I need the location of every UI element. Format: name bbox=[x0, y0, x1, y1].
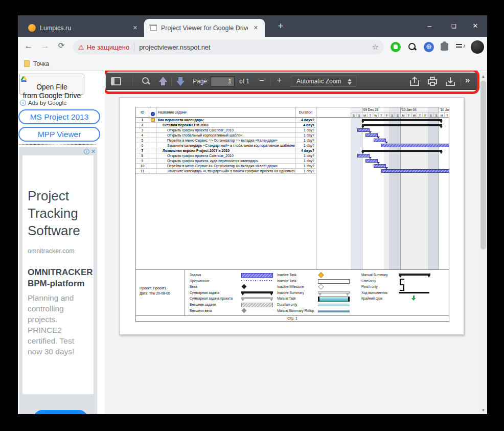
page-count-label: of 1 bbox=[239, 78, 249, 85]
table-row[interactable]: 8Открыть график проекта Calendar_20101 d… bbox=[136, 153, 316, 158]
gantt-pane: '09 Dec 28'10 Jan 04'10 JanSSMTWTFSSMTWT… bbox=[316, 107, 449, 269]
table-row[interactable]: 6Замените календарь «Стандартный» в глоб… bbox=[136, 143, 316, 148]
ads-by-google-label[interactable]: i Ads by Google bbox=[20, 100, 66, 106]
toolbar-separator bbox=[132, 76, 133, 86]
legend-swatch-bar-cyan bbox=[318, 308, 350, 313]
gantt-summary-bar[interactable] bbox=[362, 119, 442, 121]
task-duration-cell: 1 day? bbox=[295, 158, 316, 164]
gantt-task-bar[interactable] bbox=[357, 128, 370, 132]
more-tools-icon[interactable]: » bbox=[465, 75, 470, 85]
open-file-button[interactable]: Open File from Google Drive bbox=[19, 74, 84, 95]
legend-label: Суммарная задача bbox=[190, 291, 219, 294]
timescale-day-label: T bbox=[378, 112, 384, 118]
table-row[interactable]: 11Замените календарь «Стандартный» в ваш… bbox=[136, 169, 316, 174]
adblock-extension-icon[interactable] bbox=[391, 42, 401, 52]
legend-swatch-bar-cyan-light bbox=[318, 302, 350, 307]
gantt-task-bar[interactable] bbox=[374, 139, 386, 142]
table-row[interactable]: 5Перейти в меню Сервис => Организатор =>… bbox=[136, 138, 316, 143]
task-name-cell: Перейти в меню Сервис => Организатор => … bbox=[156, 138, 295, 143]
reload-button[interactable]: ⟳ bbox=[55, 41, 68, 50]
viewer-scrollbar[interactable]: ▲ ▼ bbox=[479, 73, 487, 414]
print-icon[interactable] bbox=[426, 76, 439, 87]
legend-label: Inactive Milestone bbox=[277, 285, 304, 288]
page-number-input[interactable]: 1 bbox=[211, 76, 235, 86]
ad-close-icon[interactable]: ✕ bbox=[91, 148, 96, 155]
gantt-task-bar[interactable] bbox=[365, 159, 378, 163]
tab-close-icon[interactable]: ✕ bbox=[131, 24, 139, 32]
task-id-cell: 8 bbox=[136, 153, 149, 158]
ad-cta-button[interactable] bbox=[34, 410, 87, 414]
zoom-out-button[interactable]: − bbox=[259, 76, 264, 86]
column-header-id: ID bbox=[136, 107, 149, 118]
table-row[interactable]: 3Открыть график проекта Calendar_20101 d… bbox=[136, 128, 316, 133]
forward-button[interactable]: → bbox=[38, 41, 52, 51]
toolbar-separator bbox=[171, 76, 172, 86]
window-maximize-button[interactable]: ❏ bbox=[442, 15, 466, 37]
tab-lumpics[interactable]: Lumpics.ru ✕ bbox=[23, 19, 144, 37]
task-name-cell: Открыть глобальный корпоративный шаблон bbox=[156, 133, 295, 138]
gantt-task-bar[interactable] bbox=[374, 164, 386, 168]
gantt-task-bar[interactable] bbox=[381, 144, 449, 147]
next-page-icon[interactable] bbox=[176, 81, 185, 86]
task-duration-cell: 4 days? bbox=[295, 148, 316, 153]
extensions-puzzle-icon[interactable] bbox=[441, 43, 448, 51]
search-icon[interactable] bbox=[142, 77, 151, 86]
ad-headline[interactable]: Project Tracking Software bbox=[28, 187, 94, 239]
new-tab-button[interactable]: + bbox=[273, 20, 288, 33]
globe-extension-icon[interactable]: ⊕ bbox=[424, 42, 434, 52]
window-close-button[interactable]: ✕ bbox=[464, 15, 487, 37]
table-row[interactable]: 9Открыть график проекта, куда переноситс… bbox=[136, 158, 316, 164]
adchoices-info-icon[interactable]: i bbox=[84, 149, 89, 154]
previous-page-icon[interactable] bbox=[159, 77, 167, 82]
ad-card[interactable]: Project Tracking Software omnitracker.co… bbox=[22, 155, 94, 394]
task-id-cell: 1 bbox=[136, 118, 149, 123]
task-indicator-cell bbox=[149, 164, 156, 169]
gantt-task-bar[interactable] bbox=[365, 133, 378, 137]
column-header-name: Название задачи bbox=[156, 107, 295, 118]
bookmark-star-icon[interactable]: ☆ bbox=[372, 42, 379, 52]
tab-project-viewer[interactable]: Project Viewer for Google Drive ✕ bbox=[144, 19, 265, 37]
gantt-task-bar[interactable] bbox=[381, 169, 449, 173]
table-row[interactable]: 1Как перенести календарь:4 days? bbox=[136, 118, 316, 123]
legend-label: Inactive Task bbox=[277, 279, 296, 283]
window-minimize-button[interactable]: – bbox=[418, 15, 441, 37]
gantt-summary-bar[interactable] bbox=[362, 150, 442, 152]
media-playlist-icon[interactable] bbox=[456, 43, 465, 50]
gantt-task-bar[interactable] bbox=[357, 154, 370, 157]
scroll-down-arrow[interactable]: ▼ bbox=[479, 406, 487, 414]
tab-title: Lumpics.ru bbox=[40, 25, 127, 32]
column-header-duration: Duration bbox=[295, 107, 316, 118]
download-icon[interactable] bbox=[444, 76, 456, 87]
zoom-in-button[interactable]: + bbox=[277, 76, 282, 85]
tab-close-icon[interactable]: ✕ bbox=[252, 24, 260, 32]
bookmark-item[interactable]: Точка bbox=[33, 60, 49, 67]
legend-swatch-diamond-black bbox=[241, 284, 273, 289]
url-text[interactable]: projectviewer.nsspot.net bbox=[139, 43, 372, 51]
gantt-summary-bar[interactable] bbox=[362, 124, 442, 126]
ad-link-ms-project-2013[interactable]: MS Project 2013 bbox=[18, 109, 100, 124]
task-name-cell: Сетевая версия EPM 2003 bbox=[156, 123, 295, 128]
security-warning-label[interactable]: Не защищено bbox=[87, 43, 130, 51]
profile-avatar[interactable] bbox=[471, 40, 484, 54]
table-row[interactable]: 2Сетевая версия EPM 20034 days bbox=[136, 123, 316, 128]
sidebar-toggle-icon[interactable] bbox=[111, 77, 121, 85]
task-id-cell: 3 bbox=[136, 128, 149, 133]
table-row[interactable]: 4Открыть глобальный корпоративный шаблон… bbox=[136, 133, 316, 138]
security-warning-icon[interactable]: ⚠ bbox=[78, 43, 84, 51]
scrollbar-thumb[interactable] bbox=[480, 81, 486, 249]
scroll-up-arrow[interactable]: ▲ bbox=[479, 73, 487, 80]
task-duration-cell: 1 day? bbox=[295, 143, 316, 148]
search-extension-icon[interactable] bbox=[407, 42, 418, 52]
task-indicator-cell bbox=[149, 158, 156, 164]
table-row[interactable]: 7Локальная версия Project 2007 и 20104 d… bbox=[136, 148, 316, 153]
zoom-select[interactable]: Automatic Zoom bbox=[291, 76, 356, 87]
open-file-icon[interactable] bbox=[408, 76, 421, 87]
ad-title[interactable]: OMNITRACKER BPM-platform bbox=[28, 267, 94, 289]
address-bar[interactable]: ⚠ Не защищено projectviewer.nsspot.net ☆ bbox=[73, 40, 384, 54]
legend-label: Inactive Task bbox=[277, 273, 296, 277]
timescale-header: '09 Dec 28'10 Jan 04'10 JanSSMTWTFSSMTWT… bbox=[316, 107, 449, 118]
table-row[interactable]: 10Перейти в меню Сервис => Организатор =… bbox=[136, 164, 316, 169]
ad-link-mpp-viewer[interactable]: MPP Viewer bbox=[18, 127, 100, 142]
ad-domain[interactable]: omnitracker.com bbox=[28, 247, 75, 255]
back-button[interactable]: ← bbox=[22, 41, 35, 51]
